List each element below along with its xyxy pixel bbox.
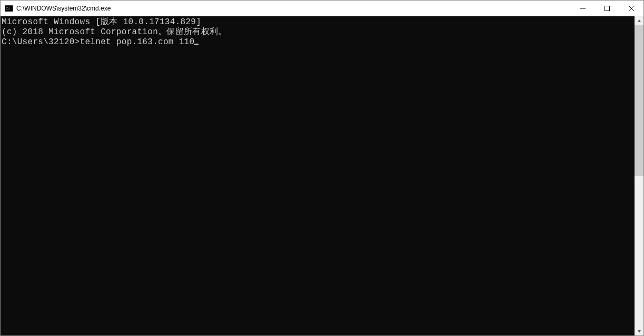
vertical-scrollbar[interactable] [635,16,643,335]
terminal-prompt-line: C:\Users\32120>telnet pop.163.com 110 [2,37,199,47]
svg-rect-3 [605,6,610,11]
scrollbar-thumb[interactable] [635,25,643,176]
cmd-icon: C:\ [5,4,13,13]
content-area: Microsoft Windows [版本 10.0.17134.829](c)… [1,16,643,335]
svg-marker-7 [638,330,641,333]
terminal-line: Microsoft Windows [版本 10.0.17134.829] [2,17,635,27]
terminal-command: telnet pop.163.com 110 [80,37,195,47]
terminal[interactable]: Microsoft Windows [版本 10.0.17134.829](c)… [1,16,635,335]
minimize-button[interactable] [571,1,595,16]
scrollbar-down-arrow-icon[interactable] [635,327,643,335]
svg-text:C:\: C:\ [6,6,11,11]
terminal-cursor [194,44,199,45]
terminal-line: (c) 2018 Microsoft Corporation。保留所有权利。 [2,27,635,37]
window-titlebar[interactable]: C:\ C:\WINDOWS\system32\cmd.exe [1,1,643,16]
scrollbar-track[interactable] [635,25,643,327]
terminal-prompt: C:\Users\32120> [2,37,80,47]
window-controls [571,1,643,16]
scrollbar-up-arrow-icon[interactable] [635,16,643,25]
maximize-button[interactable] [595,1,619,16]
close-button[interactable] [619,1,643,16]
svg-marker-6 [638,19,641,22]
window-title: C:\WINDOWS\system32\cmd.exe [16,5,111,12]
